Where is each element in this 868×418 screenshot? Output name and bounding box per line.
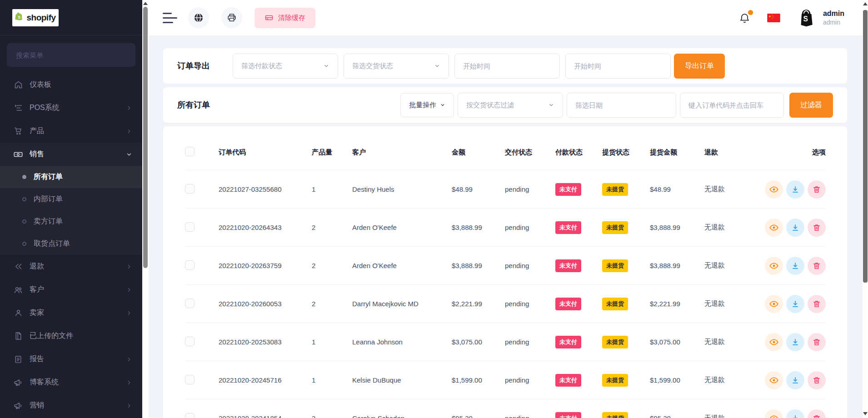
svg-text:S: S (18, 15, 21, 20)
sidebar-item-卖家[interactable]: 卖家 (0, 301, 142, 324)
money-icon (13, 149, 24, 159)
bullet-icon (22, 219, 26, 224)
refund-status: 无退款 (704, 338, 765, 346)
sidebar-item-报告[interactable]: 报告 (0, 348, 142, 371)
shopify-logo[interactable]: S shopify (12, 9, 59, 26)
print-button[interactable] (221, 7, 242, 28)
window-scrollbar[interactable] (863, 0, 868, 418)
scroll-up-arrow-icon[interactable] (143, 2, 148, 5)
sidebar-item-营销[interactable]: 营销 (0, 394, 142, 417)
sidebar-item-POS系统[interactable]: POS系统 (0, 96, 142, 119)
sidebar-item-已上传的文件[interactable]: 已上传的文件 (0, 324, 142, 348)
bulk-action-label: 批量操作 (409, 101, 436, 109)
download-order-button[interactable] (786, 295, 804, 313)
delete-order-button[interactable] (808, 295, 826, 313)
sidebar-item-产品[interactable]: 产品 (0, 119, 142, 143)
window-scrollbar-thumb[interactable] (863, 10, 868, 283)
pickup-status-badge: 未提货 (602, 183, 628, 196)
order-amount: $3,075.00 (452, 338, 505, 346)
order-code: 20221020-20264343 (219, 224, 312, 231)
row-checkbox[interactable] (185, 337, 195, 346)
eye-icon (769, 337, 779, 347)
delivery-status-filter-select[interactable]: 筛选交货状态 (344, 54, 449, 79)
download-order-button[interactable] (786, 409, 804, 418)
view-order-button[interactable] (765, 371, 783, 389)
delivery-status-table-filter-select[interactable]: 按交货状态过滤 (458, 93, 563, 118)
menu-toggle-button[interactable] (163, 13, 177, 23)
delete-order-button[interactable] (808, 333, 826, 351)
order-code-search-input[interactable] (680, 93, 784, 118)
row-checkbox[interactable] (185, 375, 195, 384)
delete-order-button[interactable] (808, 371, 826, 389)
product-qty: 3 (312, 414, 352, 418)
trash-icon (812, 299, 821, 309)
delete-order-button[interactable] (808, 219, 826, 237)
language-flag-china[interactable] (767, 14, 780, 22)
select-all-checkbox[interactable] (185, 147, 195, 156)
sidebar-submenu-销售: 销售所有订单内部订单卖方订单取货点订单 (0, 143, 142, 255)
sidebar-item-label: 仪表板 (30, 80, 132, 90)
scroll-up-arrow-icon[interactable] (863, 2, 868, 5)
download-order-button[interactable] (786, 333, 804, 351)
filter-button[interactable]: 过滤器 (789, 93, 833, 118)
download-order-button[interactable] (786, 180, 804, 199)
pickup-status-badge: 未提货 (602, 412, 628, 418)
delivery-status: pending (505, 300, 555, 308)
payment-status-filter-select[interactable]: 筛选付款状态 (233, 54, 338, 79)
download-order-button[interactable] (786, 257, 804, 275)
delete-order-button[interactable] (808, 180, 826, 199)
sidebar-item-label: 报告 (30, 354, 126, 364)
notifications-button[interactable] (738, 12, 751, 24)
view-order-button[interactable] (765, 333, 783, 351)
language-button[interactable] (188, 7, 209, 28)
date-filter-input[interactable] (567, 93, 676, 118)
trash-icon (812, 223, 821, 232)
user-role: admin (823, 18, 844, 26)
view-order-button[interactable] (765, 219, 783, 237)
sidebar-item-仪表板[interactable]: 仪表板 (0, 73, 142, 96)
delete-order-button[interactable] (808, 409, 826, 418)
user-info[interactable]: admin admin (823, 9, 844, 27)
bulk-action-dropdown[interactable]: 批量操作 (400, 93, 454, 117)
export-end-time-input[interactable] (565, 54, 671, 79)
sidebar-subitem-取货点订单[interactable]: 取货点订单 (0, 233, 142, 255)
export-start-time-input[interactable] (454, 54, 560, 79)
row-checkbox[interactable] (185, 299, 195, 308)
user-avatar[interactable]: S (795, 6, 818, 29)
view-order-button[interactable] (765, 295, 783, 313)
sidebar-item-客户[interactable]: 客户 (0, 278, 142, 301)
sidebar-item-博客系统[interactable]: 博客系统 (0, 371, 142, 394)
app-window: S shopify 仪表板POS系统产品销售所有订单内部订单卖方订单取货点订单退… (0, 0, 868, 418)
table-row: 20221020-202637592Arden O'Keefe$3,888.99… (185, 246, 826, 284)
row-checkbox[interactable] (185, 184, 195, 194)
pickup-amount: $3,888.99 (650, 224, 704, 231)
clear-cache-button[interactable]: 清除缓存 (254, 8, 315, 28)
sidebar-item-退款[interactable]: 退款 (0, 255, 142, 278)
sidebar-scrollbar-thumb[interactable] (143, 7, 148, 268)
view-order-button[interactable] (765, 257, 783, 275)
sidebar-subitem-所有订单[interactable]: 所有订单 (0, 166, 142, 188)
chevron-right-icon (126, 105, 132, 111)
delivery-status: pending (505, 414, 555, 418)
download-order-button[interactable] (786, 371, 804, 389)
view-order-button[interactable] (765, 180, 783, 199)
sidebar-subitem-卖方订单[interactable]: 卖方订单 (0, 210, 142, 233)
order-export-section: 订单导出 筛选付款状态 筛选交货状态 导出订单 (163, 48, 847, 84)
sidebar-item-销售[interactable]: 销售 (0, 143, 142, 166)
delete-order-button[interactable] (808, 257, 826, 275)
sidebar-scrollbar[interactable] (142, 0, 149, 418)
logo-wordmark: shopify (26, 13, 55, 23)
column-header: 产品量 (312, 148, 352, 157)
download-icon (791, 299, 800, 309)
refund-status: 无退款 (704, 261, 765, 270)
all-orders-toolbar: 所有订单 批量操作 按交货状态过滤 过滤器 (163, 87, 847, 123)
download-order-button[interactable] (786, 219, 804, 237)
row-checkbox[interactable] (185, 222, 195, 232)
export-orders-button[interactable]: 导出订单 (674, 54, 725, 79)
sidebar-subitem-内部订单[interactable]: 内部订单 (0, 188, 142, 210)
row-checkbox[interactable] (185, 413, 195, 418)
view-order-button[interactable] (765, 409, 783, 418)
scroll-down-arrow-icon[interactable] (863, 412, 868, 415)
menu-search-input[interactable] (7, 43, 135, 67)
row-checkbox[interactable] (185, 260, 195, 270)
